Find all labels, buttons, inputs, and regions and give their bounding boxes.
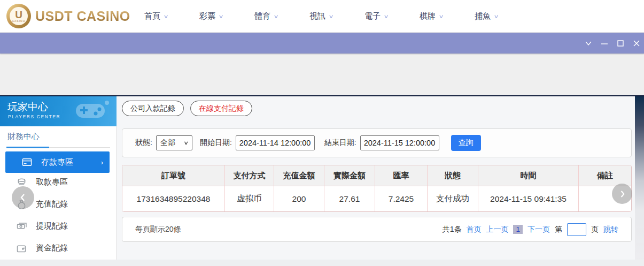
- col-header-recharge-amount: 充值金額: [274, 165, 324, 186]
- site-header: U CASINO USDT CASINO 首頁 ∨ 彩票 ∨ 體育 ∨ 視訊 ∨: [0, 0, 644, 33]
- jump-label-post: 页: [591, 225, 599, 234]
- cell-time: 2024-11-15 09:41:35: [478, 186, 579, 211]
- nav-item-lottery[interactable]: 彩票 ∨: [199, 11, 254, 21]
- table-row: 1731634895220348 虚拟币 200 27.61 7.2425 支付…: [122, 186, 631, 211]
- logo-coin-caption: CASINO: [12, 19, 25, 22]
- deposit-card-icon: [21, 157, 32, 168]
- col-header-time: 時間: [478, 165, 579, 186]
- table-header-row: 訂單號 支付方式 充值金額 實際金額 匯率 狀態 時間 備註: [122, 165, 631, 186]
- nav-item-live[interactable]: 視訊 ∨: [309, 11, 364, 21]
- window-titlebar: [0, 33, 644, 54]
- pager-controls: 共1条 首页 上一页 1 下一页 第 页 跳转: [443, 223, 618, 236]
- sidebar-item-label: 提現記錄: [36, 221, 68, 231]
- logo-wordmark: USDT CASINO: [35, 9, 130, 24]
- cell-recharge-amount: 200: [274, 186, 324, 211]
- sidebar-section-title: 財務中心: [7, 132, 40, 142]
- col-header-pay-method: 支付方式: [225, 165, 274, 186]
- sidebar-item-label: 存款專區: [41, 157, 73, 168]
- chevron-down-icon: ∨: [164, 13, 169, 19]
- chevron-down-icon: ∨: [329, 13, 334, 19]
- nav-item-slots[interactable]: 電子 ∨: [364, 11, 420, 21]
- first-page-link[interactable]: 首页: [466, 225, 481, 234]
- nav-item-sports[interactable]: 體育 ∨: [254, 11, 309, 21]
- current-page-badge: 1: [513, 225, 523, 234]
- col-header-order-id: 訂單號: [122, 165, 225, 186]
- cell-order-id: 1731634895220348: [122, 186, 225, 211]
- nav-item-home[interactable]: 首頁 ∨: [144, 11, 199, 21]
- main-content: 公司入款記錄 在線支付記錄 狀態: 全部 ∨ 開始日期: 結束日期: 查詢 訂單…: [117, 96, 635, 260]
- sidebar-menu: 取款專區 充值記錄 提現記錄 資金記錄: [0, 171, 117, 259]
- chevron-down-icon: ∨: [184, 140, 189, 146]
- jump-button[interactable]: 跳转: [603, 225, 618, 234]
- cell-pay-method: 虚拟币: [225, 186, 274, 211]
- filter-panel: 狀態: 全部 ∨ 開始日期: 結束日期: 查詢: [122, 128, 632, 157]
- logo[interactable]: U CASINO USDT CASINO: [6, 4, 130, 28]
- col-header-status: 狀態: [428, 165, 478, 186]
- records-table: 訂單號 支付方式 充值金額 實際金額 匯率 狀態 時間 備註 173163489…: [122, 165, 632, 212]
- sidebar: 玩家中心 PLAYERS CENTER 財務中心 存款專區 ›: [0, 96, 117, 260]
- sidebar-header: 玩家中心 PLAYERS CENTER: [0, 96, 117, 126]
- app-window: U CASINO USDT CASINO 首頁 ∨ 彩票 ∨ 體育 ∨ 視訊 ∨: [0, 0, 644, 266]
- col-header-remark: 備註: [579, 165, 631, 186]
- sidebar-item-label: 資金記錄: [36, 243, 68, 253]
- tab-online-payment-records[interactable]: 在線支付記錄: [190, 101, 252, 116]
- col-header-actual-amount: 實際金額: [324, 165, 375, 186]
- cell-rate: 7.2425: [375, 186, 428, 211]
- status-select-value: 全部: [160, 138, 175, 148]
- gamepad-icon: [66, 98, 112, 124]
- minimize-icon[interactable]: [598, 37, 610, 49]
- start-date-input[interactable]: [236, 135, 315, 150]
- main-nav: 首頁 ∨ 彩票 ∨ 體育 ∨ 視訊 ∨ 電子 ∨ 棋牌 ∨: [144, 0, 530, 33]
- background-bottom: [0, 260, 644, 266]
- close-icon[interactable]: [630, 37, 642, 49]
- chevron-down-icon: ∨: [219, 13, 224, 19]
- logo-u-glyph: U: [15, 10, 22, 19]
- sidebar-subtitle: PLAYERS CENTER: [8, 114, 60, 119]
- end-date-input[interactable]: [360, 135, 439, 150]
- sidebar-item-deposit[interactable]: 存款專區 ›: [5, 151, 110, 173]
- maximize-icon[interactable]: [614, 37, 626, 49]
- page-jump-input[interactable]: [567, 223, 586, 236]
- chevron-right-icon: ›: [101, 158, 103, 166]
- tab-company-deposit-records[interactable]: 公司入款記錄: [122, 101, 184, 116]
- window-controls: [582, 33, 642, 54]
- collapse-chevron-icon[interactable]: [582, 37, 594, 49]
- purse-icon: [16, 243, 27, 254]
- background-edge: [635, 96, 644, 260]
- prev-page-link[interactable]: 上一页: [486, 225, 508, 234]
- start-date-label: 開始日期:: [200, 138, 232, 148]
- chevron-down-icon: ∨: [274, 13, 279, 19]
- sidebar-item-label: 取款專區: [36, 177, 68, 187]
- query-button[interactable]: 查詢: [451, 135, 481, 151]
- next-page-link[interactable]: 下一页: [527, 225, 550, 234]
- banknotes-icon: [16, 221, 27, 232]
- carousel-next-button[interactable]: [612, 184, 632, 204]
- nav-item-fishing[interactable]: 捕魚 ∨: [475, 11, 530, 21]
- sidebar-item-funds-record[interactable]: 資金記錄: [0, 237, 117, 259]
- cell-status: 支付成功: [428, 186, 478, 211]
- sidebar-collapse-button[interactable]: [12, 186, 34, 209]
- status-select[interactable]: 全部 ∨: [156, 135, 192, 150]
- record-tabs: 公司入款記錄 在線支付記錄: [122, 101, 252, 116]
- logo-coin-icon: U CASINO: [6, 4, 31, 28]
- status-label: 狀態:: [135, 138, 152, 148]
- jump-label-pre: 第: [555, 225, 562, 234]
- chevron-down-icon: ∨: [439, 13, 444, 19]
- sidebar-title: 玩家中心: [7, 100, 48, 114]
- end-date-label: 結束日期:: [324, 138, 356, 148]
- sidebar-item-label: 充值記錄: [36, 199, 68, 209]
- cell-actual-amount: 27.61: [324, 186, 375, 211]
- nav-item-cards[interactable]: 棋牌 ∨: [420, 11, 475, 21]
- per-page-label: 每頁顯示20條: [135, 225, 181, 234]
- sidebar-item-withdrawal-record[interactable]: 提現記錄: [0, 215, 117, 237]
- total-count: 共1条: [443, 225, 462, 234]
- chevron-down-icon: ∨: [494, 13, 499, 19]
- divider-accent: [6, 147, 49, 148]
- col-header-rate: 匯率: [375, 165, 428, 186]
- pagination-bar: 每頁顯示20條 共1条 首页 上一页 1 下一页 第 页 跳转: [122, 217, 632, 242]
- chevron-down-icon: ∨: [384, 13, 389, 19]
